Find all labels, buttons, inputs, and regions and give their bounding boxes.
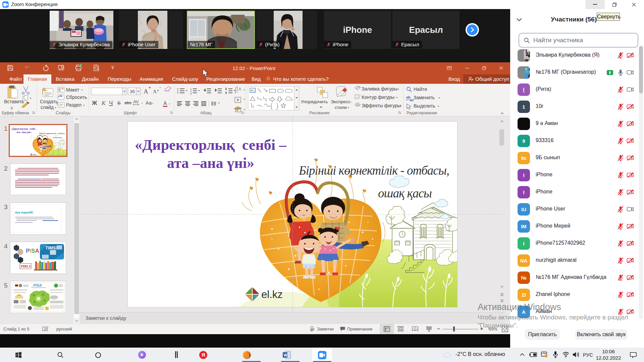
svg-text:Заливка фигуры: Заливка фигуры: [362, 86, 397, 92]
svg-text:Макет: Макет: [66, 87, 79, 93]
svg-text:Создать: Создать: [40, 99, 58, 104]
svg-text:Раздел: Раздел: [66, 102, 82, 108]
svg-text:Күн тәртібі:: Күн тәртібі:: [15, 211, 34, 214]
svg-text:12.02 - PowerPoint: 12.02 - PowerPoint: [232, 65, 275, 71]
svg-text:стили: стили: [335, 105, 347, 110]
svg-text:PISA: PISA: [33, 283, 42, 287]
svg-text:abc: abc: [124, 100, 131, 105]
svg-text:Буфер обмена: Буфер обмена: [2, 111, 29, 115]
svg-text:Рисование: Рисование: [309, 111, 330, 115]
svg-text:Вставить: Вставить: [4, 99, 24, 104]
svg-text:Экспресс-: Экспресс-: [331, 99, 352, 104]
svg-text:AV: AV: [133, 99, 139, 104]
svg-text:Упорядочить: Упорядочить: [301, 99, 328, 104]
svg-text:Ж: Ж: [92, 100, 97, 106]
svg-text:3: 3: [190, 92, 192, 95]
svg-text:A: A: [251, 89, 253, 92]
svg-text:«Директорлық сенбі –: «Директорлық сенбі –: [135, 137, 287, 153]
svg-text:Найти: Найти: [414, 86, 427, 92]
svg-text:Контур фигуры: Контур фигуры: [362, 95, 394, 100]
svg-text:К: К: [101, 100, 106, 106]
svg-text:Бірінші көрнектілік - отбасы,: Бірінші көрнектілік - отбасы,: [299, 164, 449, 177]
svg-text:ата –ана үні»: ата –ана үні»: [167, 155, 254, 171]
svg-text:ошақ қасы: ошақ қасы: [378, 186, 432, 200]
svg-text:S: S: [117, 100, 120, 106]
svg-text:Aa: Aa: [146, 100, 152, 106]
svg-text:Заменить: Заменить: [414, 95, 435, 100]
svg-text:36: 36: [129, 88, 135, 94]
svg-text:А: А: [153, 89, 157, 94]
svg-text:el.kz: el.kz: [261, 289, 283, 300]
svg-text:W: W: [284, 353, 288, 358]
svg-text:А: А: [163, 101, 167, 106]
svg-text:Слайды: Слайды: [56, 111, 71, 115]
svg-text:А: А: [238, 87, 241, 92]
svg-text:PIRLS: PIRLS: [21, 264, 31, 268]
svg-text:А: А: [144, 88, 148, 95]
svg-text:Шрифт: Шрифт: [124, 111, 137, 115]
svg-text:Абзац: Абзац: [200, 111, 212, 115]
svg-text:Ч: Ч: [109, 100, 113, 106]
svg-text:PISA: PISA: [26, 248, 39, 254]
svg-text:Выделить: Выделить: [414, 103, 435, 109]
svg-text:Эффекты фигуры: Эффекты фигуры: [362, 103, 401, 108]
svg-text:слайд: слайд: [41, 105, 54, 110]
svg-text:Редактирование: Редактирование: [407, 111, 437, 115]
svg-text:Сбросить: Сбросить: [66, 95, 87, 100]
